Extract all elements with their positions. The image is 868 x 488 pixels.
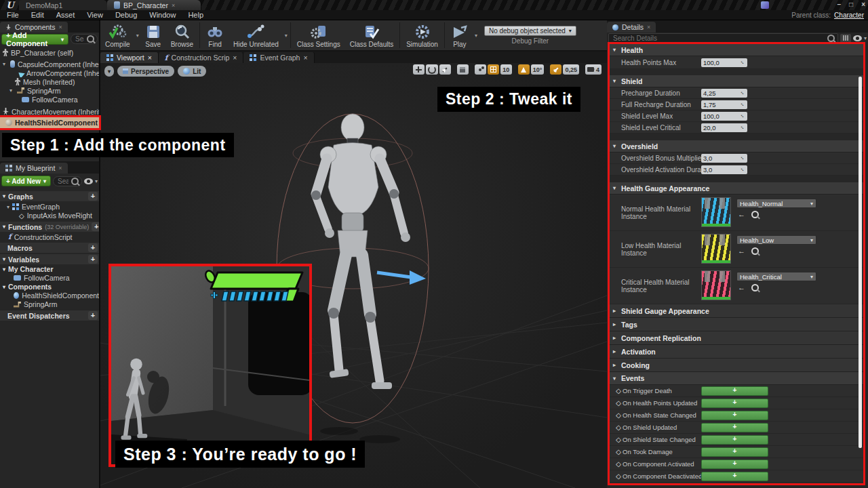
class-settings-button[interactable]: Class Settings (292, 20, 345, 50)
close-icon[interactable]: × (233, 54, 237, 62)
browse-button[interactable]: Browse (166, 20, 198, 50)
value-drag-icon[interactable]: ↔ (738, 112, 746, 119)
move-tool-button[interactable] (413, 64, 425, 75)
value-drag-icon[interactable]: ↔ (738, 165, 746, 173)
tab-viewport[interactable]: Viewport × (100, 52, 159, 63)
graphs-header[interactable]: ▾ Graphs + (0, 191, 99, 201)
my-blueprint-search[interactable] (53, 176, 82, 186)
tab-construction-script[interactable]: f Construction Scrip × (159, 52, 244, 63)
menu-asset[interactable]: Asset (56, 11, 75, 19)
variables-header[interactable]: ▾ Variables + (0, 254, 99, 264)
play-button[interactable]: Play (446, 20, 473, 50)
scale-tool-button[interactable] (439, 64, 451, 75)
material-dropdown[interactable]: Health_Critical ▾ (736, 272, 816, 281)
debug-object-dropdown[interactable]: No debug object selected ▾ (484, 26, 576, 36)
tree-item-springarm[interactable]: ▾ SpringArm (0, 86, 99, 95)
section-shield[interactable]: ▾ Shield (610, 75, 863, 87)
expand-arrow-icon[interactable]: ▾ (9, 87, 14, 94)
close-icon[interactable]: × (647, 24, 650, 30)
category-my-character[interactable]: ▾ My Character (0, 265, 99, 273)
add-component-button[interactable]: + Add Component ▾ (1, 34, 68, 45)
tree-item-followcamera[interactable]: FollowCamera (0, 95, 99, 104)
add-dispatcher-button[interactable]: + (88, 311, 98, 320)
eye-filter-icon[interactable] (853, 35, 862, 41)
add-event-button[interactable]: + (701, 460, 768, 469)
details-search-input[interactable] (612, 34, 826, 43)
use-selected-icon[interactable]: ← (738, 210, 745, 218)
value-drag-icon[interactable]: ↔ (738, 123, 746, 131)
menu-edit[interactable]: Edit (31, 11, 44, 19)
maximize-button[interactable]: □ (849, 1, 853, 8)
material-dropdown[interactable]: Health_Normal ▾ (736, 199, 816, 208)
rotate-tool-button[interactable] (426, 64, 438, 75)
display-filter-button[interactable] (840, 34, 851, 43)
tree-item-healthshieldcomponent[interactable]: HealthShieldComponent (0, 117, 99, 128)
menu-file[interactable]: File (7, 11, 19, 19)
close-icon[interactable]: × (303, 54, 307, 62)
simulation-button[interactable]: Simulation (401, 20, 443, 50)
tab-event-graph[interactable]: Event Graph × (243, 52, 314, 63)
value-field[interactable]: 3,0↔ (701, 154, 747, 163)
section-tags[interactable]: ▸ Tags (610, 318, 863, 331)
value-field[interactable]: 3,0↔ (701, 165, 747, 174)
material-thumbnail[interactable] (701, 197, 731, 227)
components-search[interactable] (71, 34, 98, 44)
tree-item-capsule[interactable]: ▾ CapsuleComponent (Inherited) (0, 60, 99, 68)
details-tab[interactable]: Details × (607, 22, 656, 33)
category-components[interactable]: ▾ Components (0, 283, 99, 291)
list-item-eventgraph[interactable]: ▾ EventGraph (0, 203, 99, 211)
value-field[interactable]: 20,0↔ (701, 123, 747, 132)
viewport[interactable]: Viewport × f Construction Scrip × Event … (100, 52, 607, 488)
rotation-snap-toggle[interactable] (518, 64, 530, 75)
functions-header[interactable]: ▾ Functions (32 Overridable) + (0, 222, 99, 232)
compile-button[interactable]: Compile (100, 20, 135, 50)
use-selected-icon[interactable]: ← (738, 247, 745, 255)
list-item-followcamera[interactable]: FollowCamera (0, 274, 99, 282)
window-tab-bp-character[interactable]: BP_Character × (107, 0, 201, 10)
add-event-button[interactable]: + (701, 423, 768, 432)
find-button[interactable]: Find (201, 20, 229, 50)
hide-unrelated-button[interactable]: Hide Unrelated (229, 20, 283, 50)
list-item-healthshield[interactable]: HealthShieldComponent (0, 291, 99, 300)
tree-item-mesh[interactable]: Mesh (Inherited) (0, 77, 99, 86)
value-drag-icon[interactable]: ↔ (738, 58, 746, 66)
browse-to-asset-icon[interactable] (751, 247, 759, 255)
browse-to-asset-icon[interactable] (751, 211, 759, 218)
value-drag-icon[interactable]: ↔ (738, 89, 746, 96)
add-event-button[interactable]: + (701, 411, 768, 420)
grid-snap-value[interactable]: 10 (500, 64, 512, 75)
eye-filter-icon[interactable] (84, 178, 93, 184)
add-event-button[interactable]: + (701, 472, 768, 481)
list-item-springarm[interactable]: SpringArm (0, 300, 99, 308)
minimize-button[interactable]: – (837, 1, 842, 8)
add-event-button[interactable]: + (701, 386, 768, 396)
section-activation[interactable]: ▸ Activation (610, 345, 863, 359)
add-macro-button[interactable]: + (88, 243, 98, 252)
parent-class-link[interactable]: Character (834, 12, 864, 19)
menu-view[interactable]: View (87, 11, 103, 19)
scale-snap-toggle[interactable] (550, 64, 561, 75)
world-local-button[interactable] (457, 64, 469, 75)
chevron-down-icon[interactable]: ▾ (283, 33, 289, 39)
perspective-button[interactable]: Perspective (117, 66, 174, 77)
add-new-button[interactable]: + Add New ▾ (1, 176, 51, 186)
tree-item-arrow[interactable]: ArrowComponent (Inherited) (0, 68, 99, 77)
material-thumbnail[interactable] (701, 270, 731, 300)
scale-snap-value[interactable]: 0,25 (563, 64, 579, 75)
tree-item-self[interactable]: BP_Character (self) (0, 48, 99, 57)
rotation-snap-value[interactable]: 10° (531, 64, 545, 75)
surface-snap-button[interactable] (475, 64, 486, 75)
menu-help[interactable]: Help (188, 11, 203, 19)
viewport-options-button[interactable]: ▾ (104, 66, 114, 77)
save-button[interactable]: Save (140, 20, 166, 50)
add-event-button[interactable]: + (701, 399, 768, 408)
class-defaults-button[interactable]: Class Defaults (345, 20, 398, 50)
expand-arrow-icon[interactable]: ▾ (3, 61, 7, 67)
list-item-inputaxis[interactable]: ◇ InputAxis MoveRight (0, 211, 99, 220)
camera-speed-button[interactable]: 4 (585, 64, 601, 75)
section-health-gauge[interactable]: ▾ Health Gauge Appearance (610, 182, 863, 195)
list-item-constructionscript[interactable]: f ConstructionScript (0, 232, 99, 241)
use-selected-icon[interactable]: ← (738, 283, 745, 291)
value-drag-icon[interactable]: ↔ (738, 100, 746, 108)
section-component-replication[interactable]: ▸ Component Replication (610, 331, 863, 345)
